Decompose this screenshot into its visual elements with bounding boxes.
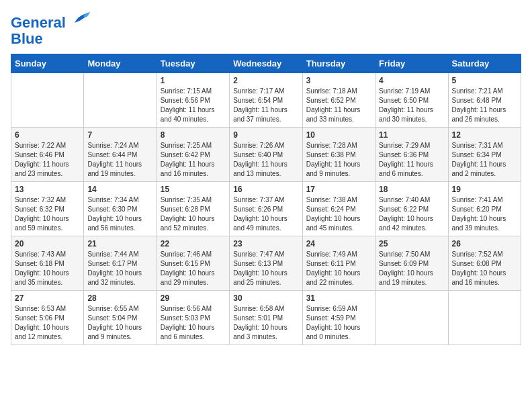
day-cell: 31Sunrise: 6:59 AM Sunset: 4:59 PM Dayli…: [302, 291, 375, 345]
day-cell: 19Sunrise: 7:41 AM Sunset: 6:20 PM Dayli…: [448, 182, 521, 236]
day-number: 30: [233, 293, 298, 303]
day-cell: 4Sunrise: 7:19 AM Sunset: 6:50 PM Daylig…: [375, 73, 448, 128]
day-info: Sunrise: 7:47 AM Sunset: 6:13 PM Dayligh…: [233, 250, 298, 287]
day-info: Sunrise: 7:38 AM Sunset: 6:24 PM Dayligh…: [306, 195, 371, 233]
day-info: Sunrise: 7:21 AM Sunset: 6:48 PM Dayligh…: [452, 87, 517, 124]
day-cell: 20Sunrise: 7:43 AM Sunset: 6:18 PM Dayli…: [11, 236, 84, 291]
day-number: 31: [306, 293, 371, 303]
day-cell: 10Sunrise: 7:28 AM Sunset: 6:38 PM Dayli…: [302, 128, 375, 182]
day-info: Sunrise: 7:43 AM Sunset: 6:18 PM Dayligh…: [15, 250, 80, 287]
day-number: 21: [87, 239, 152, 248]
day-cell: 5Sunrise: 7:21 AM Sunset: 6:48 PM Daylig…: [448, 73, 521, 128]
day-number: 11: [379, 130, 444, 140]
column-header-saturday: Saturday: [448, 54, 521, 73]
day-number: 8: [161, 130, 226, 140]
day-cell: [84, 73, 157, 128]
day-cell: 23Sunrise: 7:47 AM Sunset: 6:13 PM Dayli…: [230, 236, 302, 291]
calendar-table: SundayMondayTuesdayWednesdayThursdayFrid…: [11, 54, 521, 345]
day-cell: 15Sunrise: 7:35 AM Sunset: 6:28 PM Dayli…: [157, 182, 229, 236]
column-header-tuesday: Tuesday: [157, 54, 229, 73]
column-header-sunday: Sunday: [11, 54, 84, 73]
column-header-friday: Friday: [375, 54, 448, 73]
day-cell: 12Sunrise: 7:31 AM Sunset: 6:34 PM Dayli…: [448, 128, 521, 182]
day-info: Sunrise: 7:28 AM Sunset: 6:38 PM Dayligh…: [306, 141, 371, 179]
day-info: Sunrise: 6:58 AM Sunset: 5:01 PM Dayligh…: [233, 304, 298, 342]
day-cell: 9Sunrise: 7:26 AM Sunset: 6:40 PM Daylig…: [230, 128, 302, 182]
day-cell: 17Sunrise: 7:38 AM Sunset: 6:24 PM Dayli…: [302, 182, 375, 236]
day-info: Sunrise: 7:50 AM Sunset: 6:09 PM Dayligh…: [379, 250, 444, 287]
day-cell: 2Sunrise: 7:17 AM Sunset: 6:54 PM Daylig…: [230, 73, 302, 128]
day-cell: 25Sunrise: 7:50 AM Sunset: 6:09 PM Dayli…: [375, 236, 448, 291]
day-cell: 28Sunrise: 6:55 AM Sunset: 5:04 PM Dayli…: [84, 291, 157, 345]
day-cell: 6Sunrise: 7:22 AM Sunset: 6:46 PM Daylig…: [11, 128, 84, 182]
day-info: Sunrise: 7:37 AM Sunset: 6:26 PM Dayligh…: [233, 195, 298, 233]
day-info: Sunrise: 7:35 AM Sunset: 6:28 PM Dayligh…: [161, 195, 226, 233]
day-number: 24: [306, 239, 371, 248]
day-number: 29: [161, 293, 226, 303]
day-cell: 14Sunrise: 7:34 AM Sunset: 6:30 PM Dayli…: [84, 182, 157, 236]
day-number: 9: [233, 130, 298, 140]
day-info: Sunrise: 7:41 AM Sunset: 6:20 PM Dayligh…: [452, 195, 517, 233]
day-cell: 21Sunrise: 7:44 AM Sunset: 6:17 PM Dayli…: [84, 236, 157, 291]
week-row-3: 13Sunrise: 7:32 AM Sunset: 6:32 PM Dayli…: [11, 182, 521, 236]
day-number: 27: [15, 293, 80, 303]
day-number: 12: [452, 130, 517, 140]
day-info: Sunrise: 6:56 AM Sunset: 5:03 PM Dayligh…: [161, 304, 226, 342]
column-header-monday: Monday: [84, 54, 157, 73]
column-header-wednesday: Wednesday: [230, 54, 302, 73]
day-cell: 26Sunrise: 7:52 AM Sunset: 6:08 PM Dayli…: [448, 236, 521, 291]
day-info: Sunrise: 7:24 AM Sunset: 6:44 PM Dayligh…: [87, 141, 152, 179]
day-info: Sunrise: 7:40 AM Sunset: 6:22 PM Dayligh…: [379, 195, 444, 233]
day-cell: 16Sunrise: 7:37 AM Sunset: 6:26 PM Dayli…: [230, 182, 302, 236]
logo: General Blue: [11, 11, 91, 47]
day-number: 7: [87, 130, 152, 140]
day-cell: 18Sunrise: 7:40 AM Sunset: 6:22 PM Dayli…: [375, 182, 448, 236]
header-row: SundayMondayTuesdayWednesdayThursdayFrid…: [11, 54, 521, 73]
day-number: 5: [452, 76, 517, 85]
day-number: 23: [233, 239, 298, 248]
day-number: 13: [15, 185, 80, 194]
day-cell: 24Sunrise: 7:49 AM Sunset: 6:11 PM Dayli…: [302, 236, 375, 291]
day-info: Sunrise: 6:55 AM Sunset: 5:04 PM Dayligh…: [87, 304, 152, 342]
day-info: Sunrise: 7:49 AM Sunset: 6:11 PM Dayligh…: [306, 250, 371, 287]
day-number: 28: [87, 293, 152, 303]
page-header: General Blue: [11, 11, 521, 47]
day-number: 16: [233, 185, 298, 194]
day-info: Sunrise: 7:18 AM Sunset: 6:52 PM Dayligh…: [306, 87, 371, 124]
day-number: 1: [161, 76, 226, 85]
day-info: Sunrise: 6:53 AM Sunset: 5:06 PM Dayligh…: [15, 304, 80, 342]
day-cell: [375, 291, 448, 345]
day-cell: [448, 291, 521, 345]
day-info: Sunrise: 7:44 AM Sunset: 6:17 PM Dayligh…: [87, 250, 152, 287]
day-number: 26: [452, 239, 517, 248]
day-number: 17: [306, 185, 371, 194]
day-cell: 22Sunrise: 7:46 AM Sunset: 6:15 PM Dayli…: [157, 236, 229, 291]
column-header-thursday: Thursday: [302, 54, 375, 73]
day-cell: 3Sunrise: 7:18 AM Sunset: 6:52 PM Daylig…: [302, 73, 375, 128]
day-cell: 27Sunrise: 6:53 AM Sunset: 5:06 PM Dayli…: [11, 291, 84, 345]
day-info: Sunrise: 7:17 AM Sunset: 6:54 PM Dayligh…: [233, 87, 298, 124]
day-number: 6: [15, 130, 80, 140]
day-number: 4: [379, 76, 444, 85]
day-number: 10: [306, 130, 371, 140]
day-number: 22: [161, 239, 226, 248]
week-row-2: 6Sunrise: 7:22 AM Sunset: 6:46 PM Daylig…: [11, 128, 521, 182]
day-info: Sunrise: 7:34 AM Sunset: 6:30 PM Dayligh…: [87, 195, 152, 233]
logo-blue: Blue: [11, 30, 43, 47]
week-row-4: 20Sunrise: 7:43 AM Sunset: 6:18 PM Dayli…: [11, 236, 521, 291]
day-cell: 11Sunrise: 7:29 AM Sunset: 6:36 PM Dayli…: [375, 128, 448, 182]
logo-bird-icon: [71, 11, 91, 28]
day-cell: [11, 73, 84, 128]
week-row-1: 1Sunrise: 7:15 AM Sunset: 6:56 PM Daylig…: [11, 73, 521, 128]
day-info: Sunrise: 7:32 AM Sunset: 6:32 PM Dayligh…: [15, 195, 80, 233]
day-info: Sunrise: 7:52 AM Sunset: 6:08 PM Dayligh…: [452, 250, 517, 287]
day-number: 3: [306, 76, 371, 85]
day-number: 20: [15, 239, 80, 248]
day-number: 18: [379, 185, 444, 194]
day-info: Sunrise: 7:31 AM Sunset: 6:34 PM Dayligh…: [452, 141, 517, 179]
day-cell: 1Sunrise: 7:15 AM Sunset: 6:56 PM Daylig…: [157, 73, 229, 128]
day-number: 25: [379, 239, 444, 248]
day-cell: 30Sunrise: 6:58 AM Sunset: 5:01 PM Dayli…: [230, 291, 302, 345]
day-number: 19: [452, 185, 517, 194]
day-info: Sunrise: 7:25 AM Sunset: 6:42 PM Dayligh…: [161, 141, 226, 179]
